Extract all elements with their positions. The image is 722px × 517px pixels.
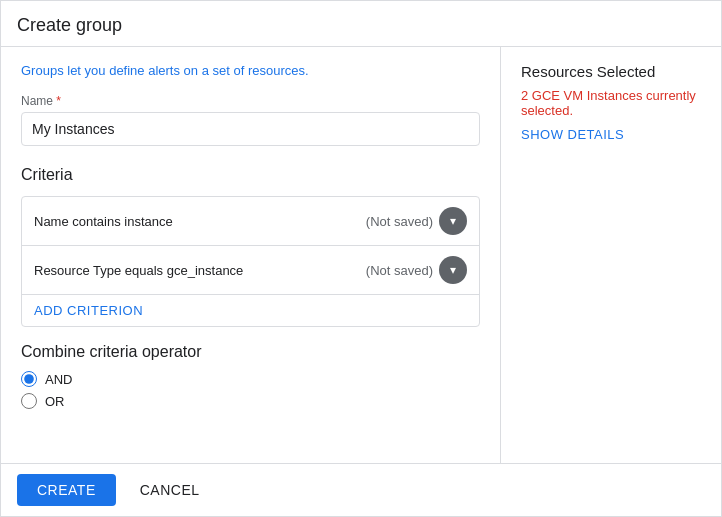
criterion-2-right: (Not saved) ▾ <box>366 256 467 284</box>
or-radio[interactable] <box>21 393 37 409</box>
name-label: Name * <box>21 94 480 108</box>
combine-section: Combine criteria operator AND OR <box>21 343 480 409</box>
criteria-box: Name contains instance (Not saved) ▾ Res… <box>21 196 480 327</box>
criterion-row: Resource Type equals gce_instance (Not s… <box>22 246 479 295</box>
or-radio-row: OR <box>21 393 480 409</box>
name-input[interactable] <box>32 121 469 137</box>
criteria-title: Criteria <box>21 166 480 184</box>
footer: CREATE CANCEL <box>1 463 721 516</box>
and-label: AND <box>45 372 72 387</box>
header: Create group <box>1 1 721 47</box>
criterion-1-status: (Not saved) <box>366 214 433 229</box>
content: Groups let you define alerts on a set of… <box>1 47 721 463</box>
page-title: Create group <box>17 15 705 36</box>
criterion-row: Name contains instance (Not saved) ▾ <box>22 197 479 246</box>
show-details-link[interactable]: SHOW DETAILS <box>521 127 624 142</box>
chevron-down-icon: ▾ <box>450 263 456 277</box>
resources-title: Resources Selected <box>521 63 701 80</box>
name-input-wrapper <box>21 112 480 146</box>
criterion-2-text: Resource Type equals gce_instance <box>34 263 243 278</box>
cancel-button[interactable]: CANCEL <box>128 474 212 506</box>
criterion-1-text: Name contains instance <box>34 214 173 229</box>
or-label: OR <box>45 394 65 409</box>
and-radio[interactable] <box>21 371 37 387</box>
resources-info: 2 GCE VM Instances currently selected. <box>521 88 701 118</box>
add-criterion-row: ADD CRITERION <box>22 295 479 326</box>
main-panel: Groups let you define alerts on a set of… <box>1 47 501 463</box>
page-container: Create group Groups let you define alert… <box>0 0 722 517</box>
criterion-1-expand-button[interactable]: ▾ <box>439 207 467 235</box>
info-text: Groups let you define alerts on a set of… <box>21 63 480 78</box>
criterion-2-expand-button[interactable]: ▾ <box>439 256 467 284</box>
criterion-2-status: (Not saved) <box>366 263 433 278</box>
combine-title: Combine criteria operator <box>21 343 480 361</box>
side-panel: Resources Selected 2 GCE VM Instances cu… <box>501 47 721 463</box>
criterion-1-right: (Not saved) ▾ <box>366 207 467 235</box>
chevron-down-icon: ▾ <box>450 214 456 228</box>
add-criterion-link[interactable]: ADD CRITERION <box>34 303 143 318</box>
create-button[interactable]: CREATE <box>17 474 116 506</box>
and-radio-row: AND <box>21 371 480 387</box>
